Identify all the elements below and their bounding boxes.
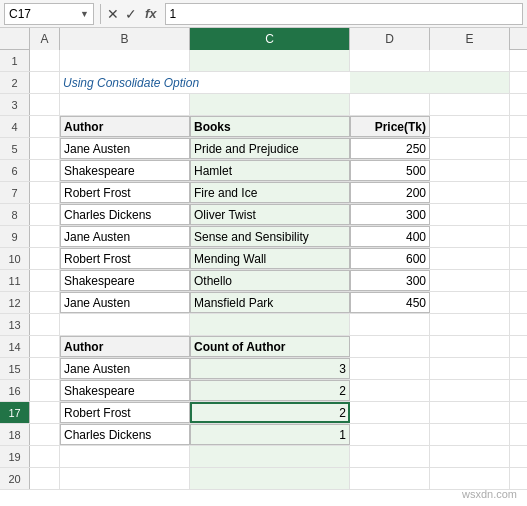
cell-b7[interactable]: Robert Frost [60,182,190,203]
confirm-icon[interactable]: ✓ [125,6,137,22]
cell-e20[interactable] [430,468,510,489]
cell-b5[interactable]: Jane Austen [60,138,190,159]
cell-c15[interactable]: 3 [190,358,350,379]
col-header-c[interactable]: C [190,28,350,50]
cell-d7[interactable]: 200 [350,182,430,203]
cell-a3[interactable] [30,94,60,115]
cell-c12[interactable]: Mansfield Park [190,292,350,313]
col-header-e[interactable]: E [430,28,510,50]
cell-a17[interactable] [30,402,60,423]
cell-b10[interactable]: Robert Frost [60,248,190,269]
cell-c9[interactable]: Sense and Sensibility [190,226,350,247]
cell-b16[interactable]: Shakespeare [60,380,190,401]
cell-c3[interactable] [190,94,350,115]
cell-e15[interactable] [430,358,510,379]
cell-c11[interactable]: Othello [190,270,350,291]
cell-c6[interactable]: Hamlet [190,160,350,181]
cell-e17[interactable] [430,402,510,423]
cell-e14[interactable] [430,336,510,357]
cell-e18[interactable] [430,424,510,445]
cell-b1[interactable] [60,50,190,71]
cell-c14-count-header[interactable]: Count of Author [190,336,350,357]
cell-b20[interactable] [60,468,190,489]
cell-a6[interactable] [30,160,60,181]
cell-d12[interactable]: 450 [350,292,430,313]
cell-e1[interactable] [430,50,510,71]
cell-a9[interactable] [30,226,60,247]
cell-d11[interactable]: 300 [350,270,430,291]
col-header-b[interactable]: B [60,28,190,50]
cell-a2[interactable] [30,72,60,93]
cell-d4-price-header[interactable]: Price(Tk) [350,116,430,137]
name-box-dropdown-icon[interactable]: ▼ [80,9,89,19]
cell-e10[interactable] [430,248,510,269]
cell-c19[interactable] [190,446,350,467]
cell-c16[interactable]: 2 [190,380,350,401]
cell-b3[interactable] [60,94,190,115]
cell-c5[interactable]: Pride and Prejudice [190,138,350,159]
cell-d13[interactable] [350,314,430,335]
cell-b15[interactable]: Jane Austen [60,358,190,379]
cell-d16[interactable] [350,380,430,401]
cell-b17[interactable]: Robert Frost [60,402,190,423]
cell-e16[interactable] [430,380,510,401]
cell-a16[interactable] [30,380,60,401]
cell-c8[interactable]: Oliver Twist [190,204,350,225]
cell-e9[interactable] [430,226,510,247]
cell-a5[interactable] [30,138,60,159]
cell-b6[interactable]: Shakespeare [60,160,190,181]
cell-d2[interactable] [510,72,527,93]
cell-b9[interactable]: Jane Austen [60,226,190,247]
cell-a20[interactable] [30,468,60,489]
cell-e11[interactable] [430,270,510,291]
cell-a10[interactable] [30,248,60,269]
cell-c18[interactable]: 1 [190,424,350,445]
cell-a8[interactable] [30,204,60,225]
cell-d19[interactable] [350,446,430,467]
cell-a13[interactable] [30,314,60,335]
cell-e13[interactable] [430,314,510,335]
cell-c10[interactable]: Mending Wall [190,248,350,269]
cell-a19[interactable] [30,446,60,467]
cell-c4-books-header[interactable]: Books [190,116,350,137]
cell-a11[interactable] [30,270,60,291]
cell-d14[interactable] [350,336,430,357]
cell-c7[interactable]: Fire and Ice [190,182,350,203]
cell-d20[interactable] [350,468,430,489]
cell-e8[interactable] [430,204,510,225]
cell-e4[interactable] [430,116,510,137]
cell-c17[interactable]: 2 [190,402,350,423]
cell-a7[interactable] [30,182,60,203]
formula-input[interactable] [165,3,523,25]
cell-e5[interactable] [430,138,510,159]
cell-a1[interactable] [30,50,60,71]
cell-b2[interactable]: Using Consolidate Option [60,72,350,93]
cancel-icon[interactable]: ✕ [107,6,119,22]
cell-b19[interactable] [60,446,190,467]
cell-a15[interactable] [30,358,60,379]
cell-e6[interactable] [430,160,510,181]
col-header-d[interactable]: D [350,28,430,50]
cell-d18[interactable] [350,424,430,445]
cell-e7[interactable] [430,182,510,203]
cell-b11[interactable]: Shakespeare [60,270,190,291]
cell-e19[interactable] [430,446,510,467]
name-box[interactable]: C17 ▼ [4,3,94,25]
cell-a4[interactable] [30,116,60,137]
cell-e3[interactable] [430,94,510,115]
cell-d10[interactable]: 600 [350,248,430,269]
cell-b4-author-header[interactable]: Author [60,116,190,137]
cell-d3[interactable] [350,94,430,115]
cell-c1[interactable] [190,50,350,71]
cell-a18[interactable] [30,424,60,445]
cell-d15[interactable] [350,358,430,379]
cell-c13[interactable] [190,314,350,335]
cell-d6[interactable]: 500 [350,160,430,181]
cell-b8[interactable]: Charles Dickens [60,204,190,225]
cell-d8[interactable]: 300 [350,204,430,225]
col-header-a[interactable]: A [30,28,60,50]
cell-a14[interactable] [30,336,60,357]
cell-c20[interactable] [190,468,350,489]
cell-e12[interactable] [430,292,510,313]
cell-d5[interactable]: 250 [350,138,430,159]
